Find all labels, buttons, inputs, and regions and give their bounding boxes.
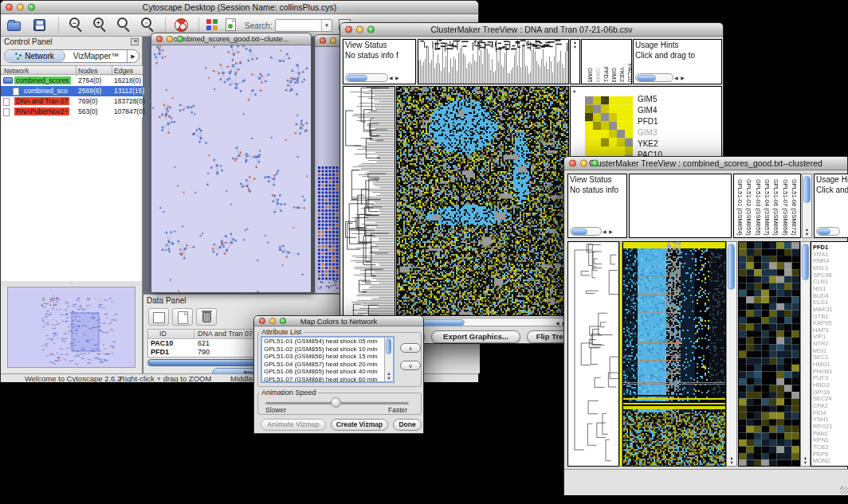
attribute-list-item[interactable]: GPL51-01 (GSM854) heat shock 05 min xyxy=(262,338,393,346)
zoom-button[interactable] xyxy=(280,318,286,324)
dialog-title: Map Colors to Network xyxy=(300,317,378,326)
birdseye-canvas[interactable] xyxy=(8,287,135,367)
file-icon xyxy=(3,108,10,116)
zoom-out-button[interactable]: − xyxy=(69,18,85,33)
minimize-button[interactable] xyxy=(356,26,363,33)
minimize-button[interactable] xyxy=(17,4,24,11)
zoom-button[interactable] xyxy=(367,26,375,33)
speed-slider-thumb[interactable] xyxy=(331,397,341,408)
animate-vizmap-button[interactable]: Animate Vizmap xyxy=(261,419,326,431)
detail-heatmap-canvas[interactable] xyxy=(739,242,799,466)
vertical-scrollbar[interactable]: ▲▼ xyxy=(800,241,811,467)
delete-attribute-button[interactable] xyxy=(196,308,217,326)
tab-network[interactable]: Network xyxy=(5,50,65,62)
main-titlebar[interactable]: Cytoscape Desktop (Session Name: collins… xyxy=(1,1,478,14)
zoom-fit-button[interactable] xyxy=(117,18,133,33)
float-panel-icon[interactable] xyxy=(131,38,139,45)
network-table-row[interactable]: combined_sco2569(6)13112(15) xyxy=(1,86,143,96)
treeview-button[interactable]: Export Graphics... xyxy=(431,330,520,343)
network-name: DNA and Tran 07 xyxy=(14,97,69,105)
close-button[interactable] xyxy=(6,4,13,11)
close-button[interactable] xyxy=(156,36,163,42)
column-header[interactable]: Nodes xyxy=(78,67,98,75)
minimize-button[interactable] xyxy=(269,318,276,324)
attribute-list-item[interactable]: GPL51-02 (GSM855) heat shock 10 min xyxy=(262,346,393,354)
horizontal-scrollbar[interactable] xyxy=(570,227,602,236)
panel-divider-handle[interactable]: ⁘ xyxy=(1,281,142,287)
scroll-arrows-icon[interactable]: ◀ ▶ xyxy=(603,229,614,234)
minimize-button[interactable] xyxy=(167,36,173,42)
column-dendrogram-canvas[interactable] xyxy=(418,40,568,84)
global-heatmap-canvas[interactable] xyxy=(397,87,568,315)
row-dendrogram-canvas[interactable] xyxy=(344,87,395,315)
move-up-button[interactable]: ∧ xyxy=(400,343,421,353)
vertical-scrollbar[interactable]: ▲▼ xyxy=(726,241,737,467)
arrow-down-icon[interactable]: ▼ xyxy=(805,232,809,236)
annotation-button[interactable] xyxy=(226,18,241,33)
network-view-titlebar[interactable]: combined_scores_good.txt--cluste... xyxy=(151,33,311,45)
close-button[interactable] xyxy=(345,26,352,33)
birdseye-view[interactable] xyxy=(7,287,135,368)
horizontal-scrollbar[interactable] xyxy=(635,73,673,82)
move-down-button[interactable]: ∨ xyxy=(400,361,421,370)
arrow-up-icon[interactable]: ▲ xyxy=(572,88,576,93)
new-attribute-button[interactable] xyxy=(172,308,193,326)
attribute-list-item[interactable]: GPL51-06 (GSM865) heat shock 40 min xyxy=(262,368,393,376)
zoom-selected-button[interactable]: ▫ xyxy=(141,18,157,33)
attribute-list-item[interactable]: GPL51-04 (GSM857) heat shock 20 min xyxy=(262,361,393,369)
row-dendrogram-canvas[interactable] xyxy=(568,242,618,466)
vizmapper-button[interactable] xyxy=(206,18,222,33)
help-button[interactable] xyxy=(175,18,190,33)
zoom-in-button[interactable]: + xyxy=(93,18,109,33)
network-canvas[interactable] xyxy=(151,45,311,292)
column-header[interactable]: Edges xyxy=(114,67,133,75)
dialog-titlebar[interactable]: Map Colors to Network xyxy=(254,316,423,326)
minimize-button[interactable] xyxy=(330,37,336,44)
open-file-button[interactable] xyxy=(7,18,23,33)
chevron-down-icon[interactable]: ▼ xyxy=(321,20,332,31)
select-attributes-button[interactable] xyxy=(148,308,169,326)
attribute-list-item[interactable]: GPL51-03 (GSM856) heat shock 15 min xyxy=(262,353,393,361)
treeview2-titlebar[interactable]: ClusterMaker TreeView : combined_scores_… xyxy=(564,157,847,170)
detail-heatmap-canvas[interactable] xyxy=(585,96,633,163)
horizontal-scrollbar[interactable] xyxy=(345,73,388,82)
arrow-down-icon[interactable]: ▼ xyxy=(387,376,391,381)
network-table-row[interactable]: RNAPuberNov2+563(0)107847(0) xyxy=(1,107,143,117)
horizontal-scrollbar[interactable] xyxy=(816,227,840,236)
arrow-down-icon[interactable]: ▼ xyxy=(729,460,733,465)
zoom-button[interactable] xyxy=(28,4,35,11)
scroll-arrows-icon[interactable]: ◀ ▶ xyxy=(674,75,685,80)
minimize-button[interactable] xyxy=(580,160,587,167)
resize-grip[interactable] xyxy=(840,486,848,494)
zoom-out-icon: − xyxy=(69,18,80,28)
zoom-button[interactable] xyxy=(177,36,183,42)
save-button[interactable] xyxy=(31,18,47,33)
gene-label: HMG1 xyxy=(813,361,830,368)
close-button[interactable] xyxy=(569,160,576,167)
animation-speed-label: Animation Speed xyxy=(260,389,318,397)
zoom-button[interactable] xyxy=(591,160,599,167)
create-vizmap-button[interactable]: Create Vizmap xyxy=(331,419,388,431)
close-button[interactable] xyxy=(320,37,326,44)
column-header[interactable]: Network xyxy=(4,67,29,75)
scroll-strip[interactable]: ▲ ▼ xyxy=(570,39,580,84)
vertical-scrollbar[interactable]: ▲▼ xyxy=(384,338,393,381)
arrow-down-icon[interactable]: ▼ xyxy=(803,460,807,465)
column-header[interactable]: ID xyxy=(148,330,194,338)
done-button[interactable]: Done xyxy=(393,419,422,431)
attribute-list[interactable]: GPL51-01 (GSM854) heat shock 05 minGPL51… xyxy=(261,336,395,383)
scroll-arrows-icon[interactable]: ◀ ▶ xyxy=(389,75,400,80)
tab-vizmapper[interactable]: VizMapper™ xyxy=(65,50,127,62)
network-table-row[interactable]: combined_scores2764(0)16218(0) xyxy=(1,76,143,86)
close-button[interactable] xyxy=(259,318,265,324)
gene-label: HRD3 xyxy=(813,382,829,389)
arrow-down-icon[interactable]: ▼ xyxy=(573,45,577,49)
network-table-row[interactable]: DNA and Tran 07769(0)183728(0) xyxy=(1,96,143,107)
search-input[interactable]: ▼ xyxy=(275,19,332,32)
treeview1-titlebar[interactable]: ClusterMaker TreeView : DNA and Tran 07-… xyxy=(340,23,723,37)
vertical-scrollbar[interactable]: ▲▼ xyxy=(802,174,812,238)
tab-overflow-button[interactable]: ▶ xyxy=(127,50,139,62)
global-heatmap-canvas[interactable] xyxy=(623,242,725,466)
chevron-right-icon: ▶ xyxy=(131,53,135,60)
attribute-list-item[interactable]: GPL51-07 (GSM868) heat shock 60 min xyxy=(262,376,393,384)
